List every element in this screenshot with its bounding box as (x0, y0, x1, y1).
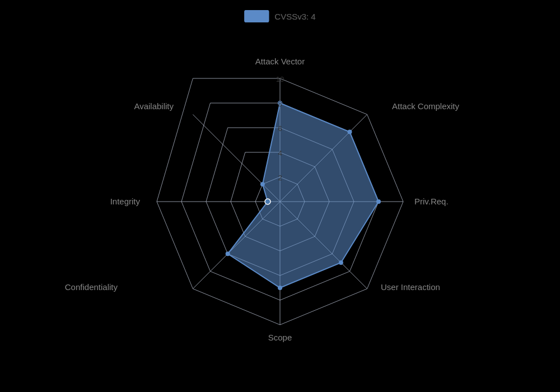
axis-label-integrity: Integrity (110, 197, 141, 206)
legend-color (244, 10, 269, 22)
axis-label-attack-complexity: Attack Complexity (392, 101, 460, 111)
data-point-integrity (265, 199, 270, 204)
data-point-scope (278, 286, 282, 290)
radar-grid: 2 4 6 8 10 (157, 0, 403, 325)
data-point-priv-req (376, 199, 381, 204)
scale-label-8: 8 (278, 100, 282, 108)
axis-label-priv-req: Priv.Req. (414, 197, 449, 206)
axis-label-availability: Availability (134, 101, 174, 111)
scale-label-6: 6 (278, 124, 282, 133)
axis-label-attack-vector: Attack Vector (255, 57, 305, 66)
data-point-attack-complexity (348, 130, 352, 134)
scale-label-10: 10 (276, 75, 284, 83)
radar-chart-svg: .axis-label { font-size: 15px; fill: #88… (0, 0, 560, 392)
radar-data-polygon (228, 103, 379, 288)
axis-label-user-interaction: User Interaction (381, 282, 440, 292)
axis-label-scope: Scope (268, 333, 292, 342)
data-point-user-interaction (339, 260, 343, 265)
data-point-confidentiality (226, 251, 230, 256)
data-point-availability (260, 182, 265, 186)
chart-container: CVSSv3: 4 .axis-label { font-size: 15px;… (0, 0, 560, 392)
legend-text: CVSSv3: 4 (274, 12, 315, 21)
legend: CVSSv3: 4 (244, 10, 315, 22)
axis-label-confidentiality: Confidentiality (65, 282, 118, 292)
scale-label-2: 2 (278, 174, 282, 182)
scale-label-4: 4 (278, 149, 282, 157)
